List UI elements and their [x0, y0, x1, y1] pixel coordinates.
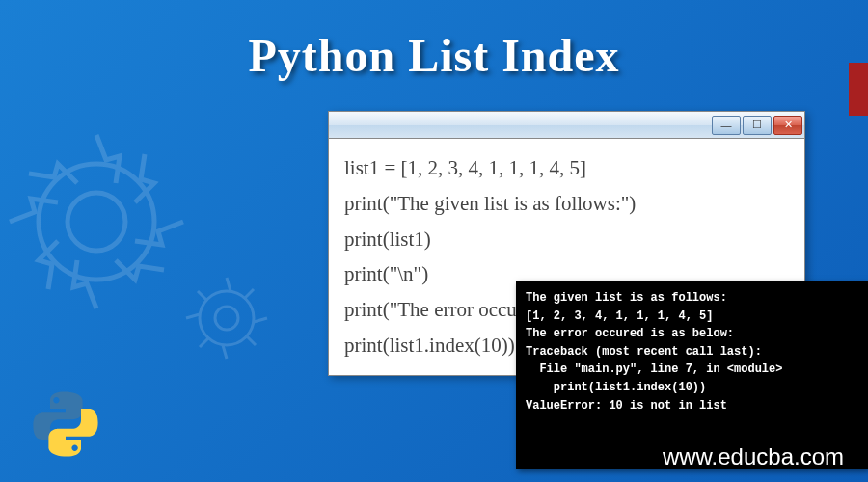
terminal-line: The error occured is as below:	[526, 325, 858, 343]
close-button[interactable]: ✕	[773, 116, 802, 135]
python-logo-icon	[27, 386, 104, 463]
minimize-button[interactable]: —	[712, 116, 741, 135]
terminal-line: Traceback (most recent call last):	[526, 343, 858, 362]
svg-point-1	[39, 164, 154, 280]
code-line: print("The given list is as follows:")	[344, 186, 789, 222]
terminal-output: The given list is as follows: [1, 2, 3, …	[516, 281, 868, 469]
window-titlebar: — ☐ ✕	[329, 112, 804, 139]
page-title: Python List Index	[0, 29, 868, 82]
gear-large-icon	[0, 125, 193, 318]
footer-url: www.educba.com	[663, 443, 844, 470]
svg-point-2	[215, 307, 238, 330]
svg-point-0	[68, 193, 125, 251]
terminal-line: print(list1.index(10))	[526, 379, 858, 397]
terminal-line: File "main.py", line 7, in <module>	[526, 361, 858, 379]
terminal-line: ValueError: 10 is not in list	[526, 397, 858, 415]
terminal-line: [1, 2, 3, 4, 1, 1, 1, 4, 5]	[526, 308, 858, 326]
code-line: print(list1)	[344, 222, 789, 257]
terminal-line: The given list is as follows:	[526, 289, 858, 308]
gear-small-icon	[178, 270, 275, 366]
code-line: list1 = [1, 2, 3, 4, 1, 1, 1, 4, 5]	[344, 150, 789, 186]
maximize-button[interactable]: ☐	[743, 116, 772, 135]
